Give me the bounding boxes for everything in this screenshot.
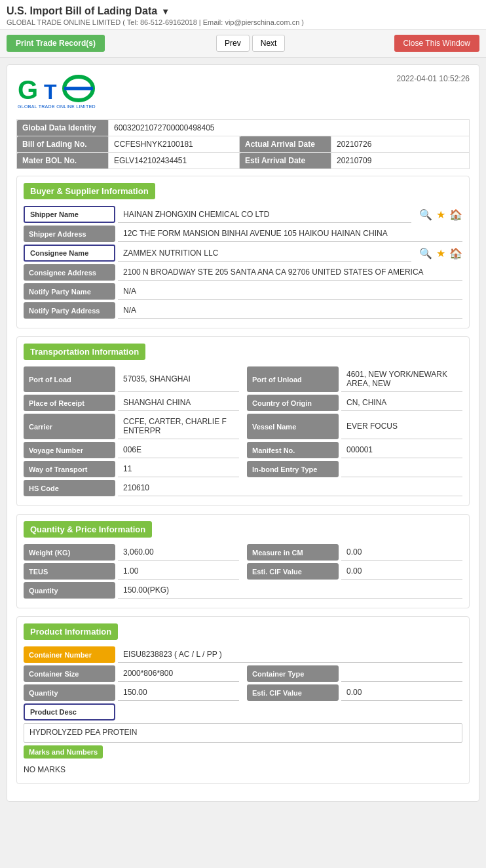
top-bar: U.S. Import Bill of Lading Data ▼ GLOBAL… [0, 0, 486, 30]
dropdown-arrow-icon[interactable]: ▼ [161, 7, 170, 16]
shipper-name-row: Shipper Name HAINAN ZHONGXIN CHEMICAL CO… [24, 206, 462, 223]
actual-arrival-date-label: Actual Arrival Date [240, 136, 331, 153]
transportation-section: Transportation Information Port of Load … [16, 336, 470, 506]
product-quantity-value: 150.00 [118, 684, 239, 701]
consignee-address-label: Consignee Address [24, 264, 115, 281]
home-icon[interactable]: 🏠 [449, 208, 462, 221]
container-size-type-row: Container Size 2000*806*800 Container Ty… [24, 665, 462, 682]
shipper-address-row: Shipper Address 12C THE FORM MANSION BIN… [24, 226, 462, 242]
carrier-value: CCFE, CARTER, CHARLIE F ENTERPR [118, 414, 239, 439]
port-of-load-label: Port of Load [24, 366, 115, 392]
quantity-price-header: Quantity & Price Information [24, 521, 152, 538]
main-content: G T GLOBAL TRADE ONLINE LIMITED 2022-04-… [7, 64, 479, 802]
voyage-number-label: Voyage Number [24, 442, 115, 458]
voyage-number-value: 006E [118, 442, 239, 458]
weight-label: Weight (KG) [24, 544, 115, 561]
consignee-address-row: Consignee Address 2100 N BROADWAY STE 20… [24, 264, 462, 281]
hs-code-row: HS Code 210610 [24, 480, 462, 496]
timestamp: 2022-04-01 10:52:26 [397, 74, 470, 83]
country-of-origin-value: CN, CHINA [341, 395, 462, 411]
consignee-search-icon[interactable]: 🔍 [419, 247, 432, 260]
consignee-home-icon[interactable]: 🏠 [449, 247, 462, 260]
product-quantity-cif-row: Quantity 150.00 Esti. CIF Value 0.00 [24, 684, 462, 701]
esti-cif-value-label: Esti. CIF Value [247, 563, 339, 580]
marks-and-numbers-label: Marks and Numbers [24, 745, 103, 759]
weight-value: 3,060.00 [118, 544, 239, 561]
mater-bol-no-value: EGLV142102434451 [109, 153, 240, 169]
container-number-label: Container Number [24, 646, 115, 663]
product-desc-label: Product Desc [24, 703, 115, 720]
country-of-origin-label: Country of Origin [247, 395, 339, 411]
prev-button[interactable]: Prev [216, 35, 250, 52]
mater-bol-no-label: Mater BOL No. [17, 153, 109, 169]
consignee-name-row: Consignee Name ZAMMEX NUTRITION LLC 🔍 ★ … [24, 245, 462, 262]
shipper-address-label: Shipper Address [24, 226, 115, 242]
way-inbond-row: Way of Transport 11 In-bond Entry Type [24, 461, 462, 477]
toolbar: Print Trade Record(s) Prev Next Close Th… [0, 30, 486, 58]
buyer-supplier-section: Buyer & Supplier Information Shipper Nam… [16, 176, 470, 328]
notify-party-name-label: Notify Party Name [24, 283, 115, 300]
shipper-name-value: HAINAN ZHONGXIN CHEMICAL CO LTD [118, 206, 411, 223]
teus-value: 1.00 [118, 563, 239, 580]
way-of-transport-label: Way of Transport [24, 461, 115, 477]
global-data-identity-value: 60032021072700000498405 [109, 120, 470, 136]
svg-text:GLOBAL TRADE ONLINE LIMITED: GLOBAL TRADE ONLINE LIMITED [18, 104, 96, 109]
product-info-section: Product Information Container Number EIS… [16, 616, 470, 784]
print-button[interactable]: Print Trade Record(s) [7, 35, 105, 52]
place-of-receipt-label: Place of Receipt [24, 395, 115, 411]
esti-arrival-date-label: Esti Arrival Date [240, 153, 331, 169]
bill-of-lading-label: Bill of Lading No. [17, 136, 109, 153]
vessel-name-label: Vessel Name [247, 414, 339, 439]
port-of-load-value: 57035, SHANGHAI [118, 366, 239, 392]
vessel-name-value: EVER FOCUS [341, 414, 462, 439]
marks-and-numbers-value: NO MARKS [24, 762, 462, 777]
quantity-row: Quantity 150.00(PKG) [24, 582, 462, 599]
page-title: U.S. Import Bill of Lading Data ▼ [7, 5, 170, 17]
company-info: GLOBAL TRADE ONLINE LIMITED ( Tel: 86-51… [7, 18, 479, 26]
basic-info-table: Global Data Identity 6003202107270000049… [16, 119, 470, 169]
measure-in-cm-label: Measure in CM [247, 544, 339, 561]
carrier-label: Carrier [24, 414, 115, 439]
way-of-transport-value: 11 [118, 461, 239, 477]
shipper-name-label: Shipper Name [24, 206, 115, 223]
in-bond-entry-type-label: In-bond Entry Type [247, 461, 339, 477]
port-of-unload-value: 4601, NEW YORK/NEWARK AREA, NEW [341, 366, 462, 392]
notify-party-address-label: Notify Party Address [24, 302, 115, 319]
container-size-label: Container Size [24, 665, 115, 682]
quantity-label: Quantity [24, 582, 115, 599]
buyer-supplier-header: Buyer & Supplier Information [24, 183, 155, 199]
container-size-value: 2000*806*800 [118, 665, 239, 682]
carrier-vessel-row: Carrier CCFE, CARTER, CHARLIE F ENTERPR … [24, 414, 462, 439]
notify-party-name-value: N/A [118, 283, 462, 300]
product-desc-label-row: Product Desc [24, 703, 462, 720]
company-logo: G T GLOBAL TRADE ONLINE LIMITED [16, 74, 102, 110]
quantity-value: 150.00(PKG) [118, 582, 462, 599]
star-icon[interactable]: ★ [436, 208, 445, 221]
product-esti-cif-value: 0.00 [341, 684, 462, 701]
product-desc-value: HYDROLYZED PEA PROTEIN [24, 723, 462, 743]
in-bond-entry-type-value [341, 461, 462, 477]
next-button[interactable]: Next [252, 35, 286, 52]
place-of-receipt-value: SHANGHAI CHINA [118, 395, 239, 411]
consignee-icons: 🔍 ★ 🏠 [419, 245, 462, 262]
container-number-row: Container Number EISU8238823 ( AC / L / … [24, 646, 462, 663]
manifest-no-label: Manifest No. [247, 442, 339, 458]
measure-in-cm-value: 0.00 [341, 544, 462, 561]
esti-cif-value-value: 0.00 [341, 563, 462, 580]
actual-arrival-date-value: 20210726 [331, 136, 470, 153]
bill-of-lading-value: CCFESHNYK2100181 [109, 136, 240, 153]
port-of-unload-label: Port of Unload [247, 366, 339, 392]
transportation-header: Transportation Information [24, 344, 145, 360]
manifest-no-value: 000001 [341, 442, 462, 458]
shipper-icons: 🔍 ★ 🏠 [419, 206, 462, 223]
esti-arrival-date-value: 20210709 [331, 153, 470, 169]
close-button[interactable]: Close This Window [394, 35, 479, 52]
notify-party-address-row: Notify Party Address N/A [24, 302, 462, 319]
hs-code-value: 210610 [118, 480, 462, 496]
product-quantity-label: Quantity [24, 684, 115, 701]
consignee-star-icon[interactable]: ★ [436, 247, 445, 260]
product-esti-cif-label: Esti. CIF Value [247, 684, 339, 701]
svg-text:T: T [44, 80, 57, 104]
search-icon[interactable]: 🔍 [419, 208, 432, 221]
consignee-address-value: 2100 N BROADWAY STE 205 SANTA ANA CA 927… [118, 264, 462, 281]
